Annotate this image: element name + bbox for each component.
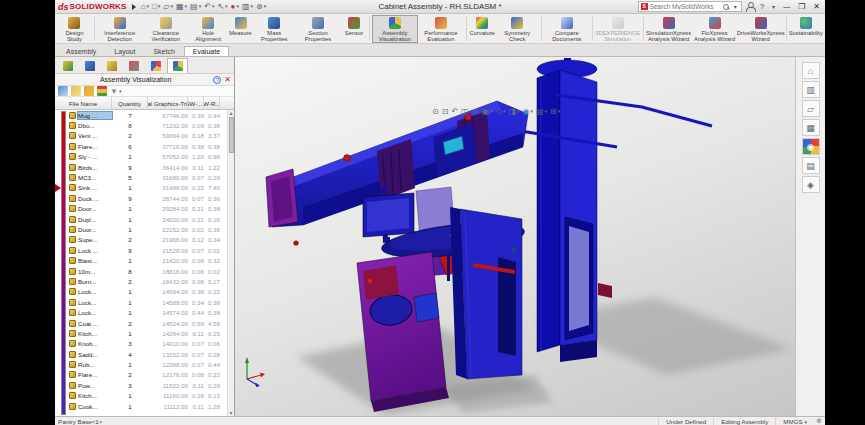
ribbon-button-design-study[interactable]: Design Study <box>57 15 92 43</box>
list-row[interactable]: Burn...218432.000.080.17 <box>68 276 227 286</box>
tab-assembly[interactable]: Assembly <box>57 46 105 56</box>
list-row[interactable]: Dupl...124020.000.210.16 <box>68 214 227 224</box>
list-row[interactable]: Rub...112288.000.070.44 <box>68 359 227 369</box>
list-scrollbar[interactable]: ▲ ▼ <box>227 110 234 416</box>
ribbon-button-compare-documents[interactable]: Compare Documents <box>544 15 590 43</box>
ribbon-button-sensor[interactable]: Sensor <box>341 15 367 43</box>
tab-sketch[interactable]: Sketch <box>144 46 183 56</box>
maximize-button[interactable] <box>796 2 807 12</box>
list-row[interactable]: Lock...114594.000.380.22 <box>68 287 227 297</box>
panel-tab-feature-manager[interactable] <box>57 58 78 73</box>
performance-button[interactable] <box>97 86 107 96</box>
home-tab[interactable]: ⌂ <box>802 62 820 79</box>
list-row[interactable]: Dbo...871232.000.090.38 <box>68 120 227 130</box>
list-row[interactable]: Supe...221966.000.120.34 <box>68 235 227 245</box>
list-row[interactable]: Sadd...413152.000.070.28 <box>68 349 227 359</box>
ribbon-button-driveworksxpress-wizard[interactable]: DriveWorksXpress Wizard <box>738 15 784 43</box>
menu-flyout-arrow-icon[interactable] <box>132 4 136 10</box>
custom-properties-tab[interactable]: ▤ <box>802 157 820 174</box>
hide-show-items-button[interactable]: ◨▾ <box>508 107 519 116</box>
list-row[interactable]: Birds...936414.000.111.22 <box>68 162 227 172</box>
ribbon-button-mass-properties[interactable]: Mass Properties <box>254 15 295 43</box>
search-box[interactable]: S <box>638 1 742 12</box>
panel-tab-dimxpert-manager[interactable] <box>123 58 144 73</box>
list-row[interactable]: Kitch...111160.000.280.13 <box>68 391 227 401</box>
ribbon-button-interference-detection[interactable]: Interference Detection <box>97 15 143 43</box>
list-row[interactable]: Flare...637716.000.380.38 <box>68 141 227 151</box>
user-account-icon[interactable] <box>746 2 754 11</box>
list-row[interactable]: Mug ...767746.000.390.44 <box>68 110 227 120</box>
filter-button[interactable] <box>110 87 121 96</box>
column-header-sw-r[interactable]: SW-R...▸ <box>204 97 220 109</box>
scrollbar-thumb[interactable] <box>229 117 234 153</box>
list-row[interactable]: Door...129284.000.210.38 <box>68 204 227 214</box>
ribbon-button-clearance-verification[interactable]: Clearance Verification <box>143 15 189 43</box>
ribbon-button-floxpress-analysis-wizard[interactable]: FloXpress Analysis Wizard <box>692 15 738 43</box>
display-style-button[interactable]: ◇▾ <box>496 107 506 116</box>
design-library-tab[interactable]: ▥ <box>802 81 820 98</box>
panel-tab-display-manager[interactable] <box>145 58 166 73</box>
section-view-button[interactable]: ◫ <box>461 107 469 116</box>
save-icon[interactable]: ▦▾ <box>175 2 188 11</box>
help-button[interactable] <box>758 2 766 12</box>
list-row[interactable]: Kitch...114284.000.110.25 <box>68 328 227 338</box>
ribbon-button-curvature[interactable]: Curvature <box>469 15 496 43</box>
minimize-button[interactable] <box>781 2 792 12</box>
column-header-file-name[interactable]: File Name <box>55 97 112 109</box>
zoom-to-fit-button[interactable]: ⊙ <box>432 107 439 116</box>
file-properties-icon[interactable]: ▥▾ <box>241 2 254 11</box>
column-header-total-graphics-tri[interactable]: Total Graphics-Tri...▸ <box>148 97 188 109</box>
print-icon[interactable]: ▤▾ <box>189 2 202 11</box>
list-row[interactable]: Cook...111112.000.111.28 <box>68 401 227 411</box>
column-header-sw[interactable]: SW-...▸ <box>188 97 204 109</box>
panel-tab-configuration-manager[interactable] <box>101 58 122 73</box>
value-marker-icon[interactable] <box>55 184 61 192</box>
tab-layout[interactable]: Layout <box>105 46 144 56</box>
panel-tab-property-manager[interactable] <box>79 58 100 73</box>
appearances-tab[interactable]: ◉ <box>802 138 820 155</box>
close-button[interactable] <box>811 2 822 12</box>
undo-icon[interactable]: ↶▾ <box>203 2 215 11</box>
list-row[interactable]: Blast...121420.000.080.32 <box>68 255 227 265</box>
list-row[interactable]: Vent ...259004.000.183.37 <box>68 131 227 141</box>
solidworks-resources-tab[interactable]: ◈ <box>802 176 820 193</box>
search-input[interactable] <box>650 3 720 10</box>
file-explorer-tab[interactable]: ▱ <box>802 100 820 117</box>
panel-tab-assembly-visualization[interactable] <box>167 58 188 73</box>
ribbon-button-simulationxpress-analysis-wizard[interactable]: SimulationXpress Analysis Wizard <box>646 15 692 43</box>
select-icon[interactable]: ↖▾ <box>216 2 228 11</box>
rebuild-icon[interactable]: ●▾ <box>230 2 240 11</box>
list-row[interactable]: Pow...311522.000.110.29 <box>68 380 227 390</box>
ribbon-button-hole-alignment[interactable]: Hole Alignment <box>189 15 228 43</box>
ribbon-button-symmetry-check[interactable]: Symmetry Check <box>495 15 538 43</box>
list-row[interactable]: Lock...114574.000.440.38 <box>68 307 227 317</box>
help-caret-icon[interactable] <box>770 2 777 12</box>
list-row[interactable]: Dock ...928744.000.070.36 <box>68 193 227 203</box>
options-icon[interactable]: ⊛▾ <box>255 2 267 11</box>
list-row[interactable]: Flare...212176.000.080.22 <box>68 370 227 380</box>
zoom-to-area-button[interactable]: ⊡ <box>442 107 449 116</box>
previous-view-button[interactable]: ↶ <box>451 107 458 116</box>
ribbon-button-assembly-visualization[interactable]: Assembly Visualization <box>372 15 418 43</box>
ribbon-button-performance-evaluation[interactable]: Performance Evaluation <box>418 15 464 43</box>
view-palette-tab[interactable]: ▦ <box>802 119 820 136</box>
list-row[interactable]: Lock ...921528.000.070.02 <box>68 245 227 255</box>
tab-evaluate[interactable]: Evaluate <box>184 46 229 56</box>
scroll-down-icon[interactable]: ▼ <box>229 410 234 416</box>
view-settings-button[interactable]: ⊞▾ <box>550 107 560 116</box>
list-row[interactable]: MC3...531680.000.070.29 <box>68 172 227 182</box>
list-row[interactable]: 10m...818816.000.080.02 <box>68 266 227 276</box>
flat-view-button[interactable] <box>71 86 81 96</box>
list-row[interactable]: Coat ...214524.000.594.58 <box>68 318 227 328</box>
dynamic-annotation-button[interactable]: ◎ <box>472 107 479 116</box>
scroll-up-icon[interactable]: ▲ <box>229 110 234 116</box>
ribbon-button-section-properties[interactable]: Section Properties <box>295 15 341 43</box>
search-options-caret-icon[interactable] <box>732 2 739 12</box>
units-dropdown[interactable]: MMGS <box>775 418 811 425</box>
ribbon-button-measure[interactable]: Measure <box>228 15 254 43</box>
open-icon[interactable]: ▱▾ <box>162 2 174 11</box>
column-header-quantity[interactable]: Quantity <box>112 97 148 109</box>
home-icon[interactable]: ⌂▾ <box>140 2 150 11</box>
search-icon[interactable] <box>722 3 730 11</box>
tags-icon[interactable] <box>811 417 822 425</box>
